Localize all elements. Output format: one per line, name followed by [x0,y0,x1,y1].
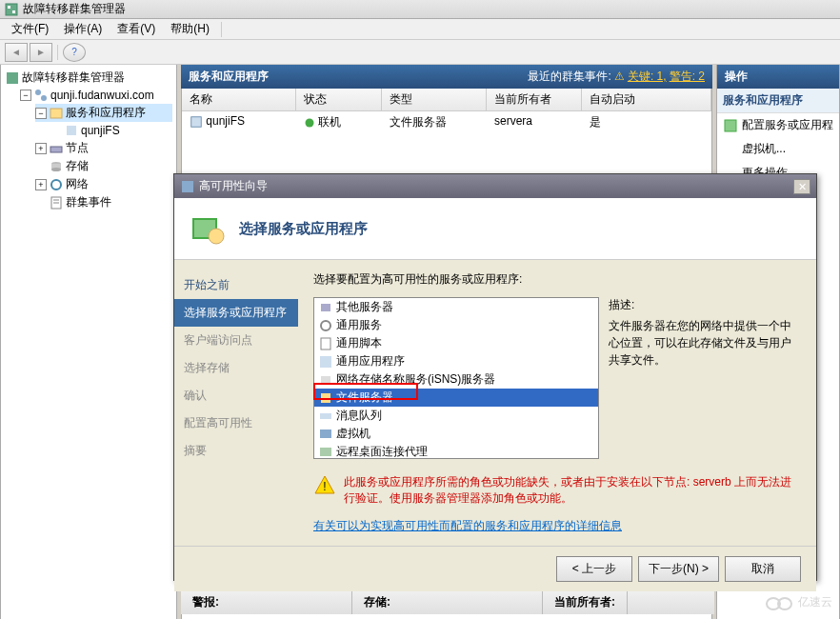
list-item[interactable]: 网络存储名称服务(iSNS)服务器 [314,370,598,389]
svg-rect-22 [321,304,330,311]
online-icon [304,117,315,129]
recent-events-label: 最近的群集事件: [528,70,610,83]
list-item[interactable]: 消息队列 [314,407,598,425]
svg-rect-16 [191,117,202,128]
cluster-manager-icon [5,70,20,86]
help-link[interactable]: 有关可以为实现高可用性而配置的服务和应用程序的详细信息 [313,518,801,534]
toolbar: ◄ ► ? [0,40,840,65]
table-row[interactable]: qunjiFS 联机 文件服务器 servera 是 [182,111,711,133]
list-item[interactable]: 通用应用程序 [314,352,598,370]
cell-owner: servera [487,111,582,133]
step-configure: 配置高可用性 [174,409,298,437]
help-button[interactable]: ? [63,43,86,62]
tree-service-item[interactable]: qunjiFS [50,122,172,139]
list-item[interactable]: 通用脚本 [314,334,598,352]
description-panel: 描述: 文件服务器在您的网络中提供一个中心位置，可以在此存储文件及与用户共享文件… [609,297,801,459]
next-button[interactable]: 下一步(N) > [638,556,719,582]
menu-file[interactable]: 文件(F) [4,19,56,39]
dialog-titlebar: 高可用性向导 ✕ [174,174,816,198]
svg-rect-8 [50,147,62,152]
action-configure[interactable]: 配置服务或应用程 [717,113,839,137]
desc-label: 描述: [609,297,801,313]
isns-icon [318,372,333,388]
recent-events: 最近的群集事件: ⚠ 关键: 1, 警告: 2 [528,69,705,85]
col-auto[interactable]: 自动启动 [582,89,711,110]
cluster-manager-icon [4,2,19,17]
tree-nodes[interactable]: + 节点 [35,139,172,157]
col-type[interactable]: 类型 [382,89,487,110]
watermark: 亿速云 [764,592,832,611]
configure-icon [723,118,738,133]
svg-rect-2 [12,10,15,13]
warning-text: 此服务或应用程序所需的角色或功能缺失，或者由于安装在以下节点: serverb … [344,474,801,507]
event-warning-link[interactable]: 警告: 2 [670,70,705,83]
network-icon [49,177,64,192]
prev-button[interactable]: < 上一步 [556,556,632,582]
list-item-selected[interactable]: 文件服务器 [314,389,598,407]
close-button[interactable]: ✕ [793,179,810,194]
warning-triangle-icon: ⚠ [614,70,625,83]
expander-icon[interactable]: − [35,108,47,119]
cancel-button[interactable]: 取消 [725,556,801,582]
watermark-text: 亿速云 [798,594,832,610]
menu-view[interactable]: 查看(V) [110,19,163,39]
actions-header: 操作 [717,65,839,89]
service-listbox[interactable]: 其他服务器 通用服务 通用脚本 通用应用程序 网络存储名称服务(iSNS)服务器… [313,297,599,459]
tree-networks[interactable]: + 网络 [35,175,172,193]
expander-icon[interactable]: + [35,179,47,190]
center-title: 服务和应用程序 [189,69,269,85]
tree-root[interactable]: 故障转移群集管理器 [5,69,172,87]
step-summary: 摘要 [174,437,298,465]
svg-point-21 [209,229,224,244]
action-vm[interactable]: 虚拟机... [717,137,839,161]
dialog-body: 开始之前 选择服务或应用程序 客户端访问点 选择存储 确认 配置高可用性 摘要 … [174,260,816,546]
vm-icon [318,427,333,442]
list-item[interactable]: 远程桌面连接代理 [314,443,598,459]
warning-panel: ! 此服务或应用程序所需的角色或功能缺失，或者由于安装在以下节点: server… [313,474,801,507]
warning-icon: ! [313,474,336,497]
dialog-buttons: < 上一步 下一步(N) > 取消 [174,546,816,591]
menu-help[interactable]: 帮助(H) [163,19,217,39]
dialog-header: 选择服务或应用程序 [174,198,816,260]
cloud-icon [764,592,794,611]
event-critical-link[interactable]: 关键: 1, [628,70,667,83]
events-icon [49,195,64,210]
tree-cluster[interactable]: − qunji.fudanwuxi.com [20,87,172,104]
tree-services[interactable]: − 服务和应用程序 [35,104,172,122]
tree-events[interactable]: 群集事件 [35,193,172,211]
tree-service-item-label: qunjiFS [81,124,120,137]
list-item[interactable]: 通用服务 [314,316,598,334]
svg-rect-7 [67,126,76,135]
list-item[interactable]: 虚拟机 [314,425,598,443]
desc-text: 文件服务器在您的网络中提供一个中心位置，可以在此存储文件及与用户共享文件。 [609,317,801,369]
step-storage: 选择存储 [174,354,298,382]
center-header: 服务和应用程序 最近的群集事件: ⚠ 关键: 1, 警告: 2 [181,65,712,89]
step-confirm: 确认 [174,382,298,409]
tree-storage-label: 存储 [66,158,89,174]
step-before[interactable]: 开始之前 [174,271,298,299]
col-owner[interactable]: 当前所有者 [487,89,582,110]
blank-icon [723,142,738,157]
expander-icon[interactable]: + [35,143,47,154]
nav-forward-button[interactable]: ► [30,43,52,62]
services-grid: 名称 状态 类型 当前所有者 自动启动 qunjiFS 联机 文件服务器 [182,89,711,133]
svg-rect-6 [50,109,62,118]
step-client: 客户端访问点 [174,327,298,354]
toolbar-separator [57,45,58,60]
bottom-status-grid: 警报: 存储: 当前所有者: [181,590,714,614]
expander-icon[interactable]: − [20,90,31,101]
wizard-dialog: 高可用性向导 ✕ 选择服务或应用程序 开始之前 选择服务或应用程序 客户端访问点… [173,173,817,581]
list-item[interactable]: 其他服务器 [314,298,598,316]
action-vm-label: 虚拟机... [742,141,786,157]
svg-point-4 [35,90,41,95]
col-name[interactable]: 名称 [182,89,296,110]
nav-back-button[interactable]: ◄ [5,43,28,62]
tree-panel: 故障转移群集管理器 − qunji.fudanwuxi.com − 服务和应用程… [0,65,177,619]
col-status[interactable]: 状态 [296,89,382,110]
window-title: 故障转移群集管理器 [23,1,126,17]
svg-rect-25 [320,356,331,368]
menu-action[interactable]: 操作(A) [56,19,110,39]
tree-storage[interactable]: 存储 [35,157,172,175]
step-select[interactable]: 选择服务或应用程序 [174,299,298,327]
svg-rect-26 [321,376,330,384]
